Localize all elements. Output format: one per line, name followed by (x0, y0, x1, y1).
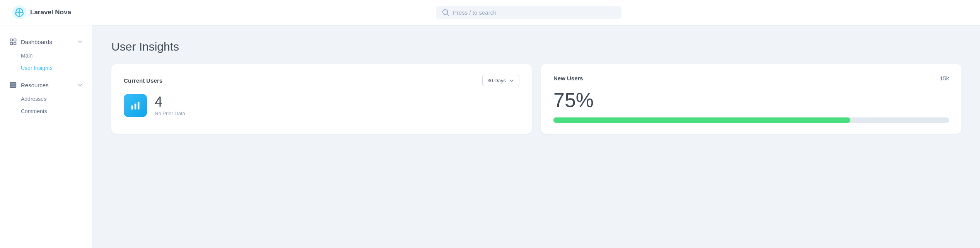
resources-label: Resources (21, 82, 73, 88)
sidebar-item-dashboards[interactable]: Dashboards (0, 34, 92, 49)
svg-rect-11 (10, 84, 16, 85)
search-bar[interactable]: Press / to search (436, 6, 621, 19)
page-title: User Insights (111, 40, 961, 53)
current-users-value: 4 (155, 95, 185, 109)
new-users-percentage: 75% (553, 89, 949, 111)
metric-value-area: 4 No Prior Data (155, 95, 185, 116)
resources-chevron-icon (77, 82, 83, 88)
bar-chart-icon (130, 100, 141, 111)
resources-icon (9, 81, 17, 89)
logo-area: Laravel Nova (12, 5, 90, 19)
svg-point-1 (18, 11, 20, 14)
sidebar: Dashboards Main User Insights Resources (0, 25, 93, 248)
dashboards-chevron-icon (77, 39, 83, 45)
svg-rect-14 (135, 104, 137, 109)
search-placeholder: Press / to search (453, 9, 497, 16)
progress-bar (553, 117, 949, 123)
logo-icon (12, 5, 26, 19)
current-users-card-header: Current Users 30 Days (124, 75, 519, 86)
sidebar-item-comments[interactable]: Comments (21, 105, 92, 117)
current-users-body: 4 No Prior Data (124, 94, 519, 117)
app-title: Laravel Nova (30, 8, 71, 16)
new-users-count: 15k (940, 75, 949, 82)
svg-rect-10 (10, 82, 16, 83)
main-content: User Insights Current Users 30 Days (93, 25, 980, 248)
nav-section-resources: Resources Addresses Comments (0, 77, 92, 117)
new-users-title: New Users (553, 75, 583, 82)
header: Laravel Nova Press / to search (0, 0, 980, 25)
new-users-card-header: New Users 15k (553, 75, 949, 82)
dashboards-sub-items: Main User Insights (0, 49, 92, 74)
dashboards-icon (9, 38, 17, 46)
days-dropdown[interactable]: 30 Days (482, 75, 519, 86)
new-users-card: New Users 15k 75% (541, 64, 961, 134)
sidebar-item-main[interactable]: Main (21, 49, 92, 62)
nav-section-dashboards: Dashboards Main User Insights (0, 34, 92, 74)
search-wrapper: Press / to search (90, 6, 968, 19)
dropdown-chevron-icon (509, 78, 514, 83)
svg-rect-8 (10, 42, 13, 45)
svg-rect-7 (14, 39, 16, 41)
days-dropdown-label: 30 Days (487, 78, 506, 83)
sidebar-item-resources[interactable]: Resources (0, 77, 92, 93)
current-users-sub: No Prior Data (155, 110, 185, 116)
layout: Dashboards Main User Insights Resources (0, 25, 980, 248)
svg-rect-9 (14, 42, 16, 45)
cards-grid: Current Users 30 Days (111, 64, 961, 134)
sidebar-item-user-insights[interactable]: User Insights (21, 62, 92, 74)
progress-bar-fill (553, 117, 850, 123)
svg-rect-13 (131, 105, 133, 110)
dashboards-label: Dashboards (21, 39, 73, 45)
metric-icon (124, 94, 147, 117)
svg-rect-6 (10, 39, 13, 41)
current-users-title: Current Users (124, 77, 162, 84)
search-icon (442, 9, 449, 16)
svg-rect-12 (10, 86, 16, 87)
sidebar-item-addresses[interactable]: Addresses (21, 93, 92, 105)
svg-rect-15 (138, 102, 140, 110)
resources-sub-items: Addresses Comments (0, 93, 92, 117)
current-users-card: Current Users 30 Days (111, 64, 532, 134)
